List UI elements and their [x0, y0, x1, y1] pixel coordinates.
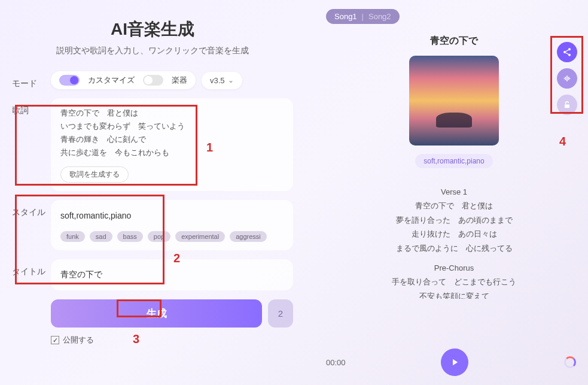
share-icon: [562, 47, 572, 57]
generate-count-badge[interactable]: 2: [268, 299, 293, 328]
svg-point-0: [568, 48, 571, 50]
generate-button[interactable]: 生成: [51, 299, 262, 328]
publish-label: 公開する: [63, 335, 94, 345]
style-tag[interactable]: aggressi: [230, 231, 267, 242]
sound-button[interactable]: [557, 68, 577, 89]
lyrics-label: 歌詞: [12, 98, 51, 116]
preview-song-title: 青空の下で: [326, 35, 582, 47]
page-title: AI音楽生成: [12, 18, 293, 41]
preview-style-badge: soft,romantic,piano: [415, 154, 492, 168]
customize-toggle[interactable]: [59, 75, 80, 86]
title-label: タイトル: [12, 259, 51, 277]
style-input[interactable]: [60, 208, 284, 226]
page-subtitle: 説明文や歌詞を入力し、ワンクリックで音楽を生成: [12, 46, 293, 56]
svg-point-1: [563, 51, 566, 53]
prechorus-text: 手を取り合って どこまでも行こう 不安も笑顔に変えて この瞬間を 大切にしよう …: [326, 275, 582, 299]
play-icon: [449, 357, 460, 368]
verse1-text: 青空の下で 君と僕は 夢を語り合った あの頃のままで 走り抜けた あの日々は ま…: [326, 199, 582, 255]
cover-art[interactable]: [409, 56, 499, 145]
unlock-icon: [563, 101, 571, 109]
sound-wave-icon: [562, 74, 572, 83]
style-tag[interactable]: experimental: [175, 231, 225, 242]
style-tag[interactable]: funk: [60, 231, 85, 242]
style-tag[interactable]: pop: [148, 231, 170, 242]
instrument-toggle[interactable]: [143, 75, 163, 86]
play-button[interactable]: [441, 348, 468, 376]
lock-button[interactable]: [557, 95, 577, 115]
share-button[interactable]: [557, 42, 577, 62]
style-tag-row: funk sad bass pop experimental aggressi: [60, 231, 284, 242]
lyrics-display: Verse 1 青空の下で 君と僕は 夢を語り合った あの頃のままで 走り抜けた…: [326, 179, 582, 299]
style-label: スタイル: [12, 200, 51, 218]
tab-divider: |: [362, 12, 364, 21]
lyrics-textarea[interactable]: [60, 107, 284, 160]
publish-checkbox[interactable]: [51, 336, 59, 344]
customize-toggle-label: カスタマイズ: [88, 75, 135, 86]
version-value: v3.5: [210, 76, 225, 85]
svg-point-2: [568, 54, 571, 56]
tab-song2[interactable]: Song2: [368, 12, 391, 21]
version-select[interactable]: v3.5: [202, 72, 242, 89]
generate-lyrics-button[interactable]: 歌詞を生成する: [60, 166, 129, 183]
svg-rect-3: [565, 104, 569, 108]
player-time: 00:00: [326, 358, 346, 367]
prechorus-title: Pre-Chorus: [326, 261, 582, 275]
mode-toggle-group: カスタマイズ 楽器: [51, 71, 196, 89]
loading-icon: [564, 356, 576, 368]
tab-song1[interactable]: Song1: [334, 12, 357, 21]
title-input[interactable]: [60, 268, 284, 282]
style-tag[interactable]: sad: [90, 231, 112, 242]
song-tabs: Song1 | Song2: [326, 9, 400, 24]
verse1-title: Verse 1: [326, 185, 582, 199]
style-tag[interactable]: bass: [117, 231, 143, 242]
mode-label: モード: [12, 71, 51, 89]
instrument-toggle-label: 楽器: [172, 75, 187, 86]
